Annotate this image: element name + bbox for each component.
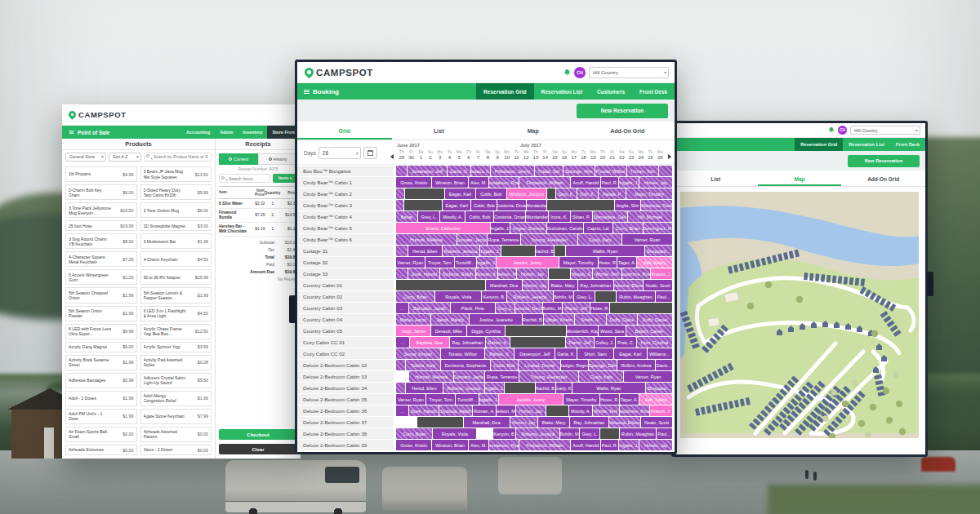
product-card[interactable]: 3 Dog Round Charm YB Keychain$8.00 [65,233,137,249]
blocked-bar[interactable] [404,200,442,210]
product-card[interactable]: Air Foam Sports Ball - Small$0.00 [65,427,137,442]
reservation-bar[interactable]: Paul, R. [601,440,618,450]
product-card[interactable]: 6 LED 3-in-1 Flashlight & Area Light$4.5… [140,306,212,321]
reservation-bar[interactable]: Conyars, Jaclyn [457,234,487,245]
reservation-bar[interactable]: Voigt, Jamie [396,326,430,336]
reservation-bar[interactable]: Garla, K. [555,348,577,359]
booking-tab-list[interactable]: List [392,122,487,140]
reservation-bar[interactable]: Cobb, Bob [476,188,506,199]
reservation-bar[interactable]: Ray, Johnathan [578,280,613,290]
reservation-bar[interactable]: Baptista, Eva [410,337,449,348]
product-card[interactable]: Aleve - 2 Doses$0.00 [140,445,212,455]
booking-tab-grid[interactable]: Grid [297,122,392,140]
reservation-bar[interactable]: Goodmine, Rose [622,268,650,279]
items-dropdown-button[interactable]: Items ▾ [273,174,297,183]
map-tab-add-on-grid[interactable]: Add-On Grid [841,171,925,186]
reservation-bar[interactable]: Isaacs, K. [471,166,491,176]
reservation-bar[interactable]: Moody, A. [571,268,592,279]
reservation-bar[interactable]: Krauss, J. [651,268,672,279]
product-card[interactable]: Advil Allergy Congestion Relief$1.99 [140,391,212,406]
reservation-bar[interactable]: Ash, Kathy [637,257,672,268]
reservation-bar[interactable]: Rupa, Terrance [488,234,520,245]
reservation-bar[interactable]: Kenyon, B. [482,291,506,302]
reservation-bar[interactable]: Blake, Mary [549,280,577,290]
reservation-bar[interactable]: Williams… [648,348,672,359]
reservation-bar[interactable]: Hurturk, Melissa [409,371,453,382]
reservation-bar[interactable]: Cobb, Bob [491,360,518,370]
campground-map[interactable] [680,192,919,438]
product-card[interactable]: 25 foot Hose$19.99 [65,220,137,231]
reservation-bar[interactable]: Horton, Jay [639,440,672,450]
reservation-bar[interactable]: Duffy, Daniel [638,314,672,325]
reservation-bar[interactable]: Rahim, K. [486,337,510,348]
reservation-bar[interactable]: Neale, Scott [644,280,672,290]
reservation-bar[interactable]: Ingalls, J. [619,440,639,450]
reservation-bar[interactable]: Tunicliff… [455,257,477,268]
blocked-bar[interactable] [547,200,614,210]
reservation-bar[interactable]: Roberts, Jessica [443,246,479,256]
booking-tab-map[interactable]: Map [486,122,581,140]
blocked-bar[interactable] [506,326,566,336]
reservation-bar[interactable]: Trozan, Tom [627,166,658,176]
reservation-bar[interactable]: Plantz, Jeff [563,303,589,313]
product-card[interactable]: Agate Stone Keychain$7.99 [140,409,212,424]
reservation-bar[interactable]: Rachid, B. [523,314,542,325]
reservation-bar[interactable]: Herod, Ellen [408,246,442,256]
reservation-bar[interactable]: Marshall, Dea [464,417,510,428]
product-card[interactable]: Airheads Assorted Flavors$0.00 [140,427,212,442]
pos-nav-admin[interactable]: Admin [215,126,238,139]
reservation-bar[interactable]: Ray, Johnathan [450,337,485,348]
reservation-bar[interactable]: Wyrtle, Terli [593,268,621,279]
reservation-bar[interactable]: Prikolsson, Jenny [491,166,533,176]
blocked-bar[interactable] [546,405,569,416]
reservation-bar[interactable]: Wurdandar [526,211,547,222]
reservation-bar[interactable]: Hill, Michael [628,211,672,222]
reservation-bar[interactable]: Urban, Kristin [544,314,575,325]
reservation-bar[interactable]: Ingalls, J. [491,223,510,233]
reservation-bar[interactable]: Spetonia, Denzel [515,303,541,313]
reservation-bar[interactable]: Jicek, Harold [408,268,439,279]
reservation-bar[interactable]: Rahles, K. [485,348,514,359]
reservation-bar[interactable]: Troung, Alexander [519,371,578,382]
receipt-line-item[interactable]: Hershey Bar - Milk Chocolate$1.191$1.19 [219,223,297,237]
reservation-bar[interactable]: Pratt, C. [616,337,636,348]
reservation-bar[interactable]: Royals, Viola [433,428,476,439]
reservation-bar[interactable]: Sheppard… [646,383,672,393]
product-card[interactable]: Activity Book Sesame Street$1.99 [65,355,137,370]
reservation-bar[interactable]: Howe, R. [590,303,610,313]
reservation-bar[interactable]: Eagar, Karl [443,200,471,210]
reservation-bar[interactable]: Hurturk, Melissa [396,234,457,245]
reservation-bar[interactable]: Custy, Katy [578,234,621,245]
reservation-bar[interactable]: Nelson, M. [497,405,515,416]
reservation-bar[interactable] [396,200,403,210]
reservation-bar[interactable]: Anglia, Shir [615,200,640,210]
reservation-bar[interactable]: Bohlin, M. [560,428,579,439]
booking-nav-front-desk[interactable]: Front Desk [632,83,675,100]
reservation-bar[interactable]: Garla, N. [448,166,470,176]
reservation-bar[interactable]: Marshall, Dea [486,280,521,290]
reservation-bar[interactable]: Plantz, Jeff [566,337,594,348]
product-card[interactable]: 4-Character Square Metal Keychain$7.25 [65,251,137,267]
reservation-bar[interactable]: Cobb, Bob [466,211,493,222]
reservation-bar[interactable]: Veleona, Eileen [614,280,643,290]
blocked-bar[interactable] [505,383,535,393]
product-card[interactable]: Acrylic Spinner Yogi$3.99 [140,342,212,352]
reservation-bar[interactable]: Wardonia, Todd [641,200,672,210]
reservation-bar[interactable]: Conyars, Jaclyn [454,371,484,382]
booking-tab-add-on-grid[interactable]: Add-On Grid [581,122,675,140]
reservation-bar[interactable]: Gross, Kristin [396,440,431,450]
reservation-bar[interactable]: Troyer, Tom [425,257,454,268]
reservation-bar[interactable]: Davis… [656,360,672,370]
reservation-bar[interactable]: Kenyon, B. [493,428,515,439]
reservation-bar[interactable]: Plank, Pete [451,303,495,313]
blocked-bar[interactable] [555,246,566,256]
reservation-bar[interactable]: Blake, Mary [538,417,569,428]
product-search-input[interactable] [144,153,212,162]
reservation-bar[interactable]: Wyrtle, Terli [593,405,619,416]
reservation-bar[interactable]: Curry, Brian [396,291,434,302]
reservation-bar[interactable]: Costonia, Dmari [494,211,525,222]
reservation-bar[interactable]: Colley, J. [595,337,615,348]
blocked-bar[interactable] [405,188,444,199]
blocked-bar[interactable] [396,280,485,290]
product-card[interactable]: Adhesive Bandages$0.99 [65,373,137,388]
